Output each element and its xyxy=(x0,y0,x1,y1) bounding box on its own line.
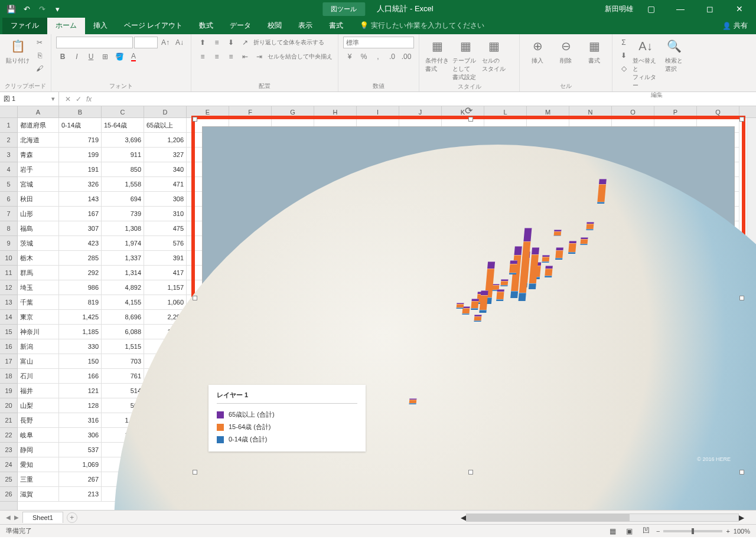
sheet-tab[interactable]: Sheet1 xyxy=(22,512,63,523)
cell[interactable]: 199 xyxy=(59,148,102,162)
row-header[interactable]: 17 xyxy=(0,354,17,369)
resize-handle-n[interactable] xyxy=(468,117,473,122)
cell[interactable]: 福島 xyxy=(18,221,59,236)
column-header[interactable]: A xyxy=(18,106,59,117)
row-header[interactable]: 14 xyxy=(0,310,17,325)
cell[interactable]: 1,425 xyxy=(59,310,102,325)
column-header[interactable]: L xyxy=(484,106,527,117)
cell[interactable]: 北海道 xyxy=(18,133,59,148)
format-cells-button[interactable]: ▦書式 xyxy=(581,37,607,65)
clear-icon[interactable]: ◇ xyxy=(617,63,630,74)
row-header[interactable]: 1 xyxy=(0,118,17,133)
cell[interactable]: 福井 xyxy=(18,384,59,398)
tab-insert[interactable]: 挿入 xyxy=(85,17,116,34)
fill-icon[interactable]: ⬇ xyxy=(617,50,630,61)
cell[interactable]: 静岡 xyxy=(18,443,59,457)
cell[interactable]: 150 xyxy=(59,354,102,369)
zoom-slider[interactable] xyxy=(663,530,722,532)
decrease-font-icon[interactable]: A↓ xyxy=(173,37,186,48)
row-header[interactable]: 25 xyxy=(0,472,17,487)
column-header[interactable]: J xyxy=(399,106,442,117)
select-all-corner[interactable] xyxy=(0,106,18,117)
cell[interactable]: 65歳以上 xyxy=(144,118,187,133)
view-pagebreak-icon[interactable]: 凹 xyxy=(640,525,653,537)
cell[interactable]: 栃木 xyxy=(18,251,59,266)
cell[interactable]: 739 xyxy=(102,207,144,221)
row-header[interactable]: 12 xyxy=(0,280,17,295)
name-box[interactable]: 図 1▾ xyxy=(0,92,59,106)
cell[interactable]: 292 xyxy=(59,266,102,280)
align-top-icon[interactable]: ⬆ xyxy=(196,37,209,48)
cell[interactable]: 475 xyxy=(144,221,187,236)
enter-formula-icon[interactable]: ✓ xyxy=(76,95,82,103)
percent-icon[interactable]: % xyxy=(357,51,370,63)
cell[interactable]: 285 xyxy=(59,251,102,266)
cell[interactable]: 703 xyxy=(102,354,144,369)
cell[interactable]: 423 xyxy=(59,236,102,251)
number-format-combo[interactable]: 標準 xyxy=(343,37,414,48)
cell[interactable]: 山梨 xyxy=(18,398,59,413)
cell[interactable]: 167 xyxy=(59,207,102,221)
cell[interactable]: 819 xyxy=(59,295,102,310)
resize-handle-nw[interactable] xyxy=(193,117,197,122)
cell[interactable]: 330 xyxy=(59,339,102,354)
ribbon-options-icon[interactable]: ▢ xyxy=(639,1,663,17)
fill-color-button[interactable]: 🪣 xyxy=(113,51,126,63)
column-header[interactable]: K xyxy=(442,106,484,117)
cell[interactable]: 3,696 xyxy=(102,133,144,148)
row-header[interactable]: 20 xyxy=(0,398,17,413)
font-color-button[interactable]: A xyxy=(127,51,140,63)
cell[interactable]: 0-14歳 xyxy=(59,118,102,133)
zoom-out-button[interactable]: − xyxy=(656,528,660,535)
row-header[interactable]: 26 xyxy=(0,487,17,502)
cell[interactable]: 千葉 xyxy=(18,295,59,310)
underline-button[interactable]: U xyxy=(84,51,97,63)
row-header[interactable]: 7 xyxy=(0,207,17,221)
minimize-icon[interactable]: — xyxy=(669,1,692,17)
cell[interactable]: 1,069 xyxy=(59,457,102,472)
row-header[interactable]: 11 xyxy=(0,266,17,280)
find-select-button[interactable]: 🔍検索と 選択 xyxy=(661,37,687,73)
save-icon[interactable]: 💾 xyxy=(5,2,18,15)
italic-button[interactable]: I xyxy=(70,51,83,63)
cell[interactable]: 576 xyxy=(144,236,187,251)
share-button[interactable]: 👤 共有 xyxy=(714,17,756,34)
insert-cells-button[interactable]: ⊕挿入 xyxy=(524,37,550,65)
resize-handle-e[interactable] xyxy=(739,296,744,300)
tell-me-search[interactable]: 💡 実行したい作業を入力してください xyxy=(351,17,492,34)
cell[interactable]: 1,314 xyxy=(102,266,144,280)
align-right-icon[interactable]: ≡ xyxy=(224,51,237,63)
cell[interactable]: 4,155 xyxy=(102,295,144,310)
cell[interactable]: 308 xyxy=(144,192,187,207)
cell[interactable]: 1,974 xyxy=(102,236,144,251)
cell[interactable]: 143 xyxy=(59,192,102,207)
cell[interactable]: 417 xyxy=(144,266,187,280)
format-painter-icon[interactable]: 🖌 xyxy=(33,63,46,74)
tab-review[interactable]: 校閲 xyxy=(259,17,290,34)
cut-icon[interactable]: ✂ xyxy=(33,37,46,48)
cell[interactable]: 340 xyxy=(144,162,187,177)
undo-icon[interactable]: ↶ xyxy=(20,2,33,15)
cell[interactable]: 310 xyxy=(144,207,187,221)
cell[interactable]: 1,308 xyxy=(102,221,144,236)
sort-filter-button[interactable]: A↓並べ替えと フィルター xyxy=(633,37,659,90)
cell[interactable]: 1,185 xyxy=(59,325,102,339)
zoom-level[interactable]: 100% xyxy=(734,528,750,535)
row-header[interactable]: 6 xyxy=(0,192,17,207)
comma-icon[interactable]: , xyxy=(372,51,384,63)
copy-icon[interactable]: ⎘ xyxy=(33,50,46,61)
cell[interactable]: 4,892 xyxy=(102,280,144,295)
row-header[interactable]: 16 xyxy=(0,339,17,354)
cell[interactable]: 986 xyxy=(59,280,102,295)
cell[interactable]: 1,060 xyxy=(144,295,187,310)
row-header[interactable]: 21 xyxy=(0,413,17,428)
add-sheet-button[interactable]: + xyxy=(67,512,77,523)
resize-handle-ne[interactable] xyxy=(739,117,744,122)
cell[interactable]: 1,157 xyxy=(144,280,187,295)
autosum-icon[interactable]: Σ xyxy=(617,37,630,48)
tab-file[interactable]: ファイル xyxy=(2,17,47,34)
row-header[interactable]: 9 xyxy=(0,236,17,251)
view-layout-icon[interactable]: ▣ xyxy=(623,525,636,537)
cell[interactable]: 山形 xyxy=(18,207,59,221)
column-header[interactable]: O xyxy=(612,106,654,117)
